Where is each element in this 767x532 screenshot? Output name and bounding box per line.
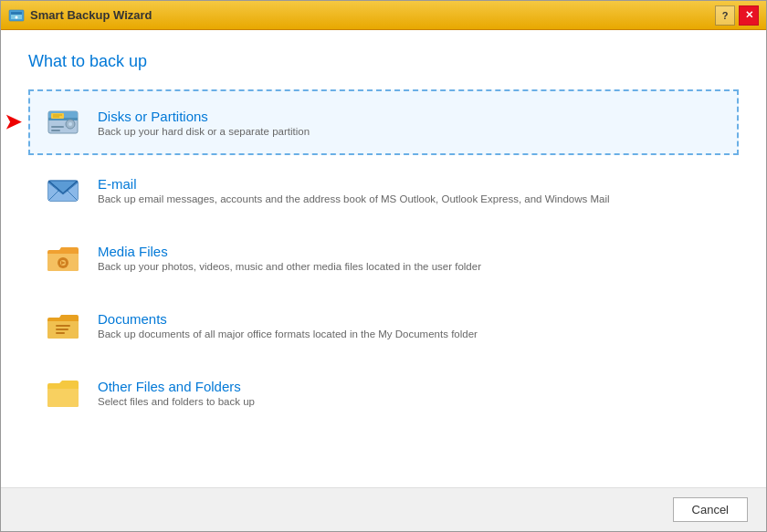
svg-rect-2 [11,12,22,15]
option-documents-text: Documents Back up documents of all major… [98,311,478,339]
option-media-title: Media Files [98,244,481,259]
app-icon [8,7,25,24]
option-documents-desc: Back up documents of all major office fo… [98,329,478,339]
help-button[interactable]: ? [715,5,735,26]
main-window: Smart Backup Wizard ? ✕ What to back up … [0,0,767,532]
option-email[interactable]: E-mail Back up email messages, accounts … [28,157,739,223]
title-bar-left: Smart Backup Wizard [8,7,152,24]
option-other-text: Other Files and Folders Select files and… [98,379,255,407]
option-documents-title: Documents [98,311,478,327]
disk-icon [41,100,85,144]
option-media-desc: Back up your photos, videos, music and o… [98,261,481,272]
email-icon [41,168,85,212]
option-email-title: E-mail [98,176,610,192]
window-title: Smart Backup Wizard [30,8,152,22]
option-other-desc: Select files and folders to back up [98,396,255,407]
title-bar: Smart Backup Wizard ? ✕ [1,1,766,30]
svg-rect-9 [51,126,64,128]
title-bar-controls: ? ✕ [715,5,759,26]
section-title: What to back up [28,52,739,71]
docs-icon [41,303,85,347]
svg-point-8 [68,122,72,126]
cancel-button[interactable]: Cancel [673,497,748,522]
content-area: What to back up ➤ [1,30,766,487]
svg-rect-24 [56,329,68,330]
svg-rect-10 [51,130,60,131]
option-disks-title: Disks or Partitions [98,109,310,124]
option-media-text: Media Files Back up your photos, videos,… [98,244,481,272]
selection-arrow: ➤ [5,110,21,134]
svg-point-3 [16,16,18,18]
option-email-desc: Back up email messages, accounts and the… [98,193,610,204]
option-email-text: E-mail Back up email messages, accounts … [98,176,610,204]
media-icon [41,235,85,279]
option-other[interactable]: Other Files and Folders Select files and… [28,360,739,425]
footer: Cancel [1,487,766,531]
svg-rect-25 [56,332,65,334]
svg-rect-11 [51,113,64,119]
folder-icon [41,370,85,414]
option-disks[interactable]: ➤ [28,89,739,155]
close-button[interactable]: ✕ [739,5,759,26]
option-documents[interactable]: Documents Back up documents of all major… [28,292,739,358]
svg-rect-23 [56,325,70,327]
option-disks-desc: Back up your hard disk or a separate par… [98,126,310,137]
option-other-title: Other Files and Folders [98,379,255,394]
options-list: ➤ [28,89,739,425]
option-media[interactable]: Media Files Back up your photos, videos,… [28,224,739,290]
option-disks-text: Disks or Partitions Back up your hard di… [98,109,310,137]
